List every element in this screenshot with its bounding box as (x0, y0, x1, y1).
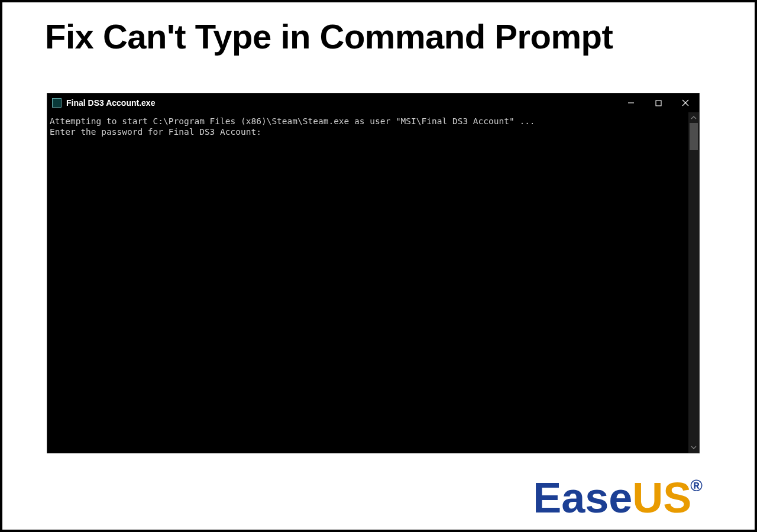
maximize-button[interactable] (645, 93, 672, 112)
minimize-icon (627, 99, 635, 106)
console-output[interactable]: Attempting to start C:\Program Files (x8… (47, 112, 688, 453)
close-button[interactable] (672, 93, 699, 112)
chevron-down-icon (691, 445, 697, 450)
vertical-scrollbar[interactable] (688, 112, 699, 453)
maximize-icon (655, 100, 662, 106)
console-line: Attempting to start C:\Program Files (x8… (50, 116, 535, 126)
app-icon (52, 98, 62, 108)
logo-text-ease: Ease (533, 474, 632, 521)
chevron-up-icon (691, 115, 697, 121)
window-titlebar[interactable]: Final DS3 Account.exe (47, 93, 699, 112)
article-frame: Fix Can't Type in Command Prompt Final D… (0, 0, 757, 532)
scrollbar-track[interactable] (688, 123, 699, 442)
svg-rect-1 (656, 100, 661, 106)
window-body: Attempting to start C:\Program Files (x8… (47, 112, 699, 453)
minimize-button[interactable] (617, 93, 645, 112)
brand-logo: EaseUS ® (533, 476, 704, 519)
close-icon (682, 99, 689, 106)
page-title: Fix Can't Type in Command Prompt (45, 17, 613, 56)
logo-text-us: US (632, 474, 691, 521)
scrollbar-thumb[interactable] (690, 123, 698, 150)
scroll-down-arrow-icon[interactable] (688, 442, 699, 453)
command-prompt-window: Final DS3 Account.exe Attempting to star… (47, 93, 699, 453)
scroll-up-arrow-icon[interactable] (688, 112, 699, 123)
console-line: Enter the password for Final DS3 Account… (50, 127, 261, 137)
registered-trademark-icon: ® (690, 476, 703, 495)
window-title: Final DS3 Account.exe (66, 98, 155, 108)
